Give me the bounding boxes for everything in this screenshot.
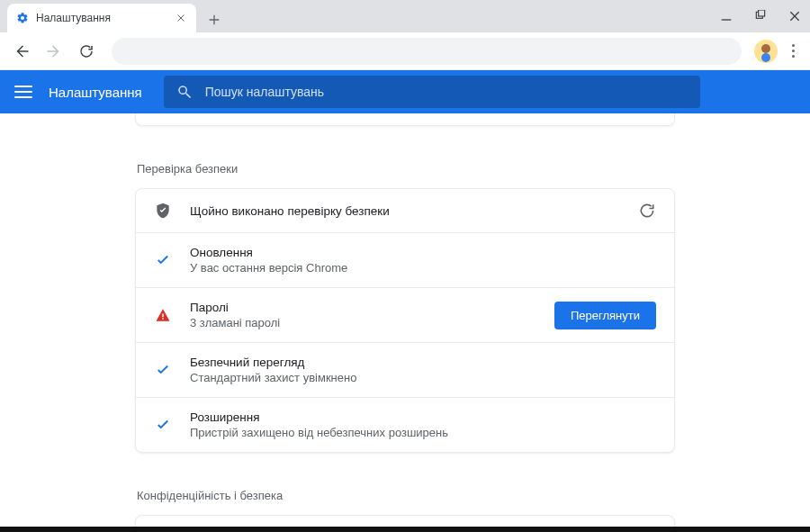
safebrowsing-sub: Стандартний захист увімкнено	[190, 371, 656, 384]
profile-avatar[interactable]	[754, 40, 778, 63]
warning-icon	[154, 306, 172, 324]
browser-toolbar	[0, 32, 810, 70]
safety-check-header-row: Щойно виконано перевірку безпеки	[136, 189, 674, 232]
close-window-button[interactable]	[787, 8, 803, 24]
safebrowsing-row[interactable]: Безпечний перегляд Стандартний захист ув…	[136, 342, 674, 397]
search-input[interactable]	[205, 85, 688, 99]
forward-button[interactable]	[41, 39, 67, 64]
svg-rect-1	[759, 10, 765, 16]
section-label-safety: Перевірка безпеки	[137, 162, 675, 176]
svg-rect-3	[162, 318, 164, 320]
menu-button[interactable]	[14, 86, 32, 98]
window-controls	[718, 0, 803, 32]
bottom-edge	[0, 527, 810, 532]
settings-appbar: Налаштування	[0, 70, 810, 113]
passwords-title: Паролі	[190, 301, 536, 314]
updates-row[interactable]: Оновлення У вас остання версія Chrome	[136, 232, 674, 287]
minimize-button[interactable]	[718, 8, 734, 24]
window-titlebar: Налаштування	[0, 0, 810, 32]
rerun-safety-check-button[interactable]	[638, 202, 656, 220]
address-bar[interactable]	[112, 38, 742, 65]
settings-search[interactable]	[164, 76, 700, 108]
tab-title: Налаштування	[36, 12, 167, 24]
settings-app: Налаштування Перевірка безпеки Щойно вик…	[0, 70, 810, 532]
extensions-title: Розширення	[190, 410, 656, 424]
passwords-sub: 3 зламані паролі	[190, 316, 536, 329]
search-icon	[176, 84, 193, 100]
close-tab-button[interactable]	[175, 12, 187, 24]
passwords-row[interactable]: Паролі 3 зламані паролі Переглянути	[136, 287, 674, 342]
review-passwords-button[interactable]: Переглянути	[554, 302, 656, 329]
check-icon	[154, 416, 172, 434]
new-tab-button[interactable]	[202, 7, 227, 32]
svg-rect-2	[162, 314, 164, 318]
updates-sub: У вас остання версія Chrome	[190, 261, 656, 275]
check-icon	[154, 361, 172, 379]
check-icon	[154, 251, 172, 269]
previous-card-tail	[135, 113, 675, 126]
appbar-title: Налаштування	[49, 85, 142, 100]
maximize-button[interactable]	[752, 8, 769, 24]
updates-title: Оновлення	[190, 246, 656, 259]
shield-check-icon	[154, 202, 172, 220]
settings-content: Перевірка безпеки Щойно виконано перевір…	[0, 113, 810, 532]
safebrowsing-title: Безпечний перегляд	[190, 356, 656, 369]
section-label-privacy: Конфіденційність і безпека	[137, 489, 675, 502]
gear-icon	[16, 12, 29, 24]
reload-button[interactable]	[74, 39, 99, 64]
safety-header-title: Щойно виконано перевірку безпеки	[190, 204, 620, 218]
extensions-sub: Пристрій захищено від небезпечних розшир…	[190, 426, 656, 439]
browser-menu-button[interactable]	[785, 39, 801, 64]
safety-check-card: Щойно виконано перевірку безпеки Оновлен…	[135, 188, 675, 453]
back-button[interactable]	[9, 39, 34, 64]
browser-tab-active[interactable]: Налаштування	[7, 4, 196, 32]
extensions-row[interactable]: Розширення Пристрій захищено від небезпе…	[136, 397, 674, 452]
